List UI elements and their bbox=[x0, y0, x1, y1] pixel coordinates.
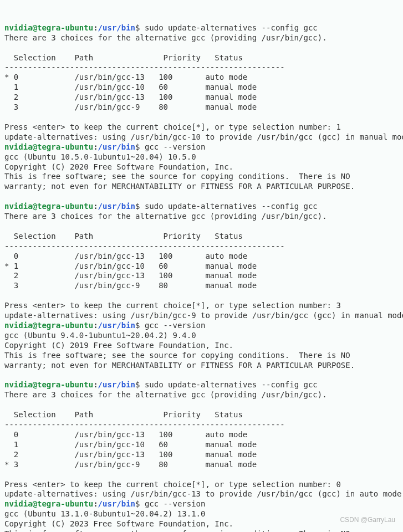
prompt-user: nvidia bbox=[4, 380, 33, 389]
selection-prompt[interactable]: Press <enter> to keep the current choice… bbox=[4, 122, 341, 131]
output-line: This is free software; see the source fo… bbox=[4, 172, 350, 181]
output-line: warranty; not even for MERCHANTABILITY o… bbox=[4, 182, 355, 191]
prompt-colon: : bbox=[93, 380, 98, 389]
prompt-dollar: $ bbox=[135, 499, 145, 508]
prompt-path: /usr/bin bbox=[98, 380, 135, 389]
command-text: sudo update-alternatives --config gcc bbox=[145, 380, 318, 389]
table-header: Selection Path Priority Status bbox=[4, 410, 243, 419]
command-text: gcc --version bbox=[145, 321, 206, 330]
selection-prompt[interactable]: Press <enter> to keep the current choice… bbox=[4, 301, 341, 310]
command-text: gcc --version bbox=[145, 499, 206, 508]
prompt-dollar: $ bbox=[135, 23, 145, 32]
table-row: 3 /usr/bin/gcc-9 80 manual mode bbox=[4, 281, 257, 290]
prompt-user: nvidia bbox=[4, 321, 33, 330]
output-line: update-alternatives: using /usr/bin/gcc-… bbox=[4, 489, 401, 498]
output-line: Copyright (C) 2020 Free Software Foundat… bbox=[4, 162, 233, 171]
prompt-host: @tegra-ubuntu bbox=[33, 499, 94, 508]
prompt-colon: : bbox=[93, 321, 98, 330]
output-line: There are 3 choices for the alternative … bbox=[4, 390, 327, 399]
table-divider: ----------------------------------------… bbox=[4, 63, 285, 71]
table-row: 1 /usr/bin/gcc-10 60 manual mode bbox=[4, 440, 257, 449]
prompt-path: /usr/bin bbox=[98, 202, 135, 211]
table-header: Selection Path Priority Status bbox=[4, 232, 243, 241]
prompt-host: @tegra-ubuntu bbox=[33, 23, 94, 32]
table-row: 2 /usr/bin/gcc-13 100 manual mode bbox=[4, 93, 257, 101]
prompt-user: nvidia bbox=[4, 23, 33, 32]
prompt-host: @tegra-ubuntu bbox=[33, 380, 94, 389]
table-row: 1 /usr/bin/gcc-10 60 manual mode bbox=[4, 83, 257, 91]
command-text: gcc --version bbox=[145, 142, 206, 151]
prompt-path: /usr/bin bbox=[98, 23, 135, 32]
prompt-user: nvidia bbox=[4, 202, 33, 211]
prompt-colon: : bbox=[93, 142, 98, 151]
table-row: 0 /usr/bin/gcc-13 100 auto mode bbox=[4, 430, 247, 439]
table-row: 0 /usr/bin/gcc-13 100 auto mode bbox=[4, 252, 247, 260]
output-line: This is free software; see the source fo… bbox=[4, 529, 350, 532]
selection-prompt[interactable]: Press <enter> to keep the current choice… bbox=[4, 480, 341, 489]
prompt-host: @tegra-ubuntu bbox=[33, 142, 94, 151]
table-row: 3 /usr/bin/gcc-9 80 manual mode bbox=[4, 103, 257, 111]
prompt-colon: : bbox=[93, 23, 98, 32]
prompt-path: /usr/bin bbox=[98, 142, 135, 151]
output-line: warranty; not even for MERCHANTABILITY o… bbox=[4, 361, 355, 370]
table-divider: ----------------------------------------… bbox=[4, 420, 285, 429]
prompt-dollar: $ bbox=[135, 321, 145, 330]
command-text: sudo update-alternatives --config gcc bbox=[145, 202, 318, 211]
prompt-dollar: $ bbox=[135, 202, 145, 211]
prompt-dollar: $ bbox=[135, 380, 145, 389]
output-line: There are 3 choices for the alternative … bbox=[4, 33, 327, 42]
output-line: gcc (Ubuntu 9.4.0-1ubuntu1~20.04.2) 9.4.… bbox=[4, 331, 196, 340]
output-line: update-alternatives: using /usr/bin/gcc-… bbox=[4, 132, 403, 141]
prompt-dollar: $ bbox=[135, 142, 145, 151]
table-row: * 3 /usr/bin/gcc-9 80 manual mode bbox=[4, 460, 257, 469]
prompt-host: @tegra-ubuntu bbox=[33, 321, 94, 330]
table-row: * 0 /usr/bin/gcc-13 100 auto mode bbox=[4, 73, 247, 81]
table-header: Selection Path Priority Status bbox=[4, 53, 243, 62]
output-line: gcc (Ubuntu 10.5.0-1ubuntu1~20.04) 10.5.… bbox=[4, 152, 196, 161]
prompt-user: nvidia bbox=[4, 142, 33, 151]
prompt-colon: : bbox=[93, 202, 98, 211]
table-row: * 1 /usr/bin/gcc-10 60 manual mode bbox=[4, 262, 257, 270]
command-text: sudo update-alternatives --config gcc bbox=[145, 23, 318, 32]
output-line: gcc (Ubuntu 13.1.0-8ubuntu1~20.04.2) 13.… bbox=[4, 509, 205, 518]
prompt-path: /usr/bin bbox=[98, 321, 135, 330]
prompt-path: /usr/bin bbox=[98, 499, 135, 508]
output-line: Copyright (C) 2023 Free Software Foundat… bbox=[4, 519, 233, 528]
output-line: update-alternatives: using /usr/bin/gcc-… bbox=[4, 311, 403, 320]
table-divider: ----------------------------------------… bbox=[4, 242, 285, 250]
table-row: 2 /usr/bin/gcc-13 100 manual mode bbox=[4, 271, 257, 280]
output-line: Copyright (C) 2019 Free Software Foundat… bbox=[4, 341, 233, 350]
output-line: This is free software; see the source fo… bbox=[4, 351, 350, 360]
prompt-colon: : bbox=[93, 499, 98, 508]
terminal-output: nvidia@tegra-ubuntu:/usr/bin$ sudo updat… bbox=[0, 0, 403, 532]
output-line: There are 3 choices for the alternative … bbox=[4, 212, 327, 221]
prompt-user: nvidia bbox=[4, 499, 33, 508]
prompt-host: @tegra-ubuntu bbox=[33, 202, 94, 211]
table-row: 2 /usr/bin/gcc-13 100 manual mode bbox=[4, 450, 257, 459]
